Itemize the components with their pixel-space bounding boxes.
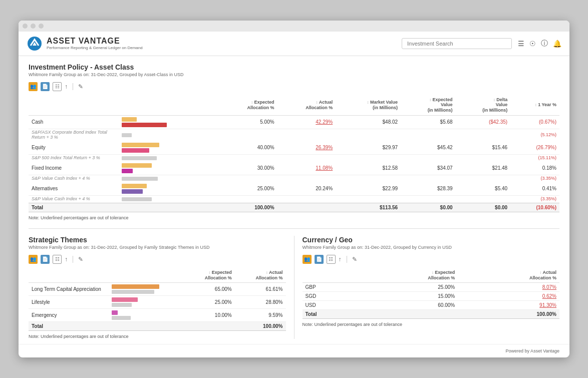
sub-row-name: S&P Value Cash Index + 4 % [29,195,119,203]
pencil-icon-st[interactable]: ✎ [78,256,83,263]
strategic-themes-title: Strategic Themes [29,236,286,244]
toolbar-icon-cg-export[interactable]: 📄 [315,255,324,264]
total-label: Total [29,203,119,212]
pencil-icon[interactable]: ✎ [78,83,83,90]
st-row-name: Long Term Capital Appreciation [29,283,109,296]
row-actual-pct: 11.08% [277,162,336,175]
sub-row-name: S&P/ASX Corporate Bond Index Total Retur… [29,129,119,141]
row-expected-val: $28.39 [401,182,456,196]
table-row: Fixed Income 30.00% 11.08% $12.58 $34.07… [29,162,559,175]
sub-row-empty2 [277,195,336,203]
table-row: Equity 40.00% 26.39% $29.97 $45.42 $15.4… [29,141,559,155]
row-expected-val: $5.68 [401,115,456,129]
st-sort-2[interactable]: ↕ [266,270,268,275]
total-actual-pct [277,203,336,212]
search-input[interactable] [402,38,512,49]
row-1yr: 0.41% [510,182,559,196]
st-row-bar [109,283,184,296]
sort-up-icon[interactable]: ↑ [65,83,68,90]
sort-icon-5[interactable]: ↕ [493,98,495,102]
row-actual-pct: 42.29% [277,115,336,129]
help-icon[interactable]: ⓘ [541,39,548,48]
col-header-expected-val: ↕ ExpectedValue(in Millions) [401,95,456,116]
toolbar-icon-st-export[interactable]: 📄 [41,255,50,264]
cg-col-expected: ↕ ExpectedAllocation % [356,268,458,283]
col-header-actual-alloc: ↕ ActualAllocation % [277,95,336,116]
sub-row-empty3 [336,195,401,203]
sort-up-icon-cg[interactable]: ↑ [339,256,342,263]
cg-table-row: SGD 15.00% 0.62% [303,292,560,301]
sub-row-bar [119,154,219,162]
sub-row-bar [119,175,219,182]
st-sort-1[interactable]: ↕ [208,270,210,275]
sort-icon-4[interactable]: ↕ [429,98,431,102]
total-market-val: $113.56 [336,203,401,212]
content-area: Investment Policy - Asset Class Whitmore… [19,56,569,344]
table-sub-row: S&P Value Cash Index + 4 % (3.35%) [29,175,559,182]
sub-row-empty1 [219,175,277,182]
st-row-bar [109,309,184,322]
titlebar-dot-3 [39,24,44,29]
strategic-themes-subtitle: Whitmore Family Group as on: 31-Dec-2022… [29,245,286,250]
row-bar [119,141,219,155]
app-subtitle: Performance Reporting & General Ledger o… [47,46,143,50]
cg-row-name: SGD [303,292,357,301]
st-total-label: Total [29,322,109,331]
sub-row-empty3 [336,154,401,162]
strategic-themes-section: Strategic Themes Whitmore Family Group a… [29,236,286,339]
st-col-name [29,268,109,283]
cg-col-actual: ↕ ActualAllocation % [458,268,559,283]
total-1yr: (10.60%) [510,203,559,212]
total-expected-pct: 100.00% [219,203,277,212]
asset-class-toolbar: 👥 📄 ☷ ↑ ✎ [29,82,559,91]
row-bar [119,182,219,196]
toolbar-icon-export[interactable]: 📄 [41,82,50,91]
location-icon[interactable]: ☉ [529,40,536,48]
row-bar [119,162,219,175]
toolbar-icon-st-grid[interactable]: ☷ [53,255,62,264]
sub-row-empty1 [219,129,277,141]
asset-class-subtitle: Whitmore Family Group as on: 31-Dec-2022… [29,72,559,77]
toolbar-icon-st-people[interactable]: 👥 [29,255,38,264]
toolbar-icon-people[interactable]: 👥 [29,82,38,91]
col-header-delta-val: ↕ DeltaValue(in Millions) [456,95,511,116]
st-total-expected [184,322,235,331]
st-row-name: Emergency [29,309,109,322]
notification-icon[interactable]: 🔔 [553,40,561,48]
toolbar-separator [73,83,73,90]
cg-table-row: GBP 25.00% 8.07% [303,283,560,292]
table-sub-row: S&P/ASX Corporate Bond Index Total Retur… [29,129,559,141]
currency-geo-subtitle: Whitmore Family Group as on: 31-Dec-2022… [303,245,560,250]
menu-icon[interactable]: ☰ [518,40,524,48]
sort-icon-6[interactable]: ↕ [535,103,537,107]
sort-icon-2[interactable]: ↕ [316,100,318,105]
cg-row-expected-pct: 60.00% [356,301,458,310]
toolbar-icon-grid[interactable]: ☷ [53,82,62,91]
pencil-icon-cg[interactable]: ✎ [352,256,357,263]
cg-row-name: GBP [303,283,357,292]
sub-row-1yr: (5.12%) [510,129,559,141]
cg-sort-2[interactable]: ↕ [539,270,541,275]
footer: Powered by Asset Vantage [19,344,569,357]
sort-icon-3[interactable]: ↕ [367,100,369,105]
sort-icon-1[interactable]: ↕ [251,100,253,105]
toolbar-icon-cg-grid[interactable]: ☷ [327,255,336,264]
row-1yr: 0.18% [510,162,559,175]
col-divider [294,236,295,339]
row-1yr: (26.79%) [510,141,559,155]
cg-row-actual-pct: 8.07% [458,283,559,292]
asset-class-section: Investment Policy - Asset Class Whitmore… [29,63,559,220]
st-row-actual-pct: 28.80% [235,296,286,309]
toolbar-icon-cg-people[interactable]: 👥 [303,255,312,264]
st-table-row: Long Term Capital Appreciation 65.00% 61… [29,283,286,296]
row-delta-val: $21.48 [456,162,511,175]
table-row: Alternatives 25.00% 20.24% $22.99 $28.39… [29,182,559,196]
currency-geo-toolbar: 👥 📄 ☷ ↑ ✎ [303,255,560,264]
row-delta-val: $15.46 [456,141,511,155]
asset-class-title: Investment Policy - Asset Class [29,63,559,71]
sort-up-icon-st[interactable]: ↑ [65,256,68,263]
st-row-expected-pct: 25.00% [184,296,235,309]
table-header-row: ↕ ExpectedAllocation % ↕ ActualAllocatio… [29,95,559,116]
st-col-bar [109,268,184,283]
cg-sort-1[interactable]: ↕ [432,270,434,275]
